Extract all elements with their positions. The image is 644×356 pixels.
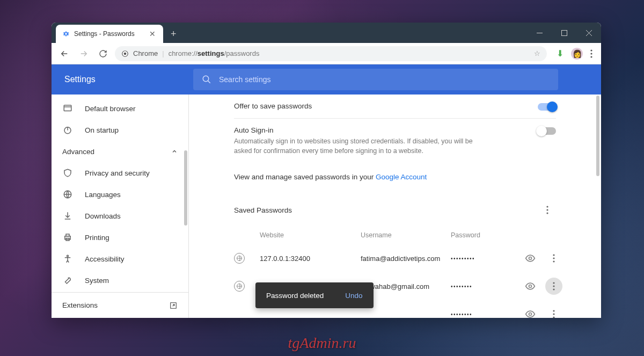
address-bar[interactable]: Chrome | chrome://settings/passwords ☆ <box>115 46 547 61</box>
google-account-link[interactable]: Google Account <box>376 173 427 181</box>
cell-password: •••••••• <box>451 311 515 317</box>
toolbar-right: ⬇ 👩 <box>551 48 596 60</box>
main-scrollbar[interactable] <box>596 96 599 176</box>
print-icon <box>62 233 73 242</box>
sidebar-item-label: On startup <box>85 126 119 134</box>
download-icon <box>62 211 73 221</box>
svg-point-32 <box>553 314 554 315</box>
svg-point-23 <box>553 258 554 259</box>
sidebar-item-label: Languages <box>85 191 121 199</box>
cell-username: fatima@addictivetips.com <box>361 255 447 263</box>
globe-icon <box>62 190 73 199</box>
toast-password-deleted: Password deleted Undo <box>255 282 374 308</box>
page-title: Settings <box>64 75 182 84</box>
reload-button[interactable] <box>96 46 111 61</box>
cell-password: •••••••• <box>451 284 515 289</box>
settings-header: Settings <box>52 64 601 95</box>
sidebar-item-privacy[interactable]: Privacy and security <box>52 162 188 184</box>
cell-username: fatiwahab@gmail.com <box>361 282 447 290</box>
svg-point-27 <box>553 282 554 284</box>
profile-avatar[interactable]: 👩 <box>571 48 583 60</box>
svg-point-17 <box>546 206 548 208</box>
offer-save-toggle[interactable] <box>538 103 556 111</box>
tab-close-button[interactable]: ✕ <box>147 27 158 40</box>
sidebar-extensions[interactable]: Extensions <box>52 292 188 318</box>
sidebar-item-downloads[interactable]: Downloads <box>52 205 188 227</box>
row-offer-save: Offer to save passwords <box>223 95 567 118</box>
svg-rect-0 <box>537 33 543 33</box>
svg-point-26 <box>529 285 532 288</box>
minimize-button[interactable] <box>527 23 552 43</box>
show-password-button[interactable] <box>525 281 536 292</box>
svg-point-8 <box>203 76 209 82</box>
sidebar-item-default-browser[interactable]: Default browser <box>52 98 188 119</box>
row-menu-button[interactable] <box>545 278 562 295</box>
sidebar-item-accessibility[interactable]: Accessibility <box>52 248 188 270</box>
svg-rect-13 <box>66 234 69 236</box>
row-manage-passwords: View and manage saved passwords in your … <box>223 163 567 188</box>
sidebar-item-label: Downloads <box>85 212 121 220</box>
saved-passwords-menu[interactable] <box>539 201 556 219</box>
col-password: Password <box>451 231 515 239</box>
sidebar-item-label: Privacy and security <box>85 169 150 177</box>
browser-window: Settings - Passwords ✕ + Chrome | chrome… <box>52 23 601 318</box>
sidebar-scrollbar[interactable] <box>184 150 187 226</box>
auto-signin-desc: Automatically sign in to websites using … <box>234 136 492 156</box>
svg-point-6 <box>590 53 592 54</box>
sidebar-list[interactable]: Default browser On startup Advanced Priv… <box>52 95 188 292</box>
sidebar-section-advanced[interactable]: Advanced <box>52 141 188 162</box>
close-window-button[interactable] <box>576 23 601 43</box>
col-website: Website <box>260 231 356 239</box>
search-input[interactable] <box>219 75 550 84</box>
toast-undo-button[interactable]: Undo <box>345 292 362 300</box>
watermark: tgAdmin.ru <box>288 335 356 352</box>
new-tab-button[interactable]: + <box>163 25 184 43</box>
sidebar-item-languages[interactable]: Languages <box>52 184 188 205</box>
show-password-button[interactable] <box>525 253 536 264</box>
sidebar-item-reset[interactable]: Reset and clean up <box>52 291 188 292</box>
sidebar-item-label: System <box>85 277 109 285</box>
svg-point-7 <box>590 56 592 57</box>
svg-point-22 <box>553 255 554 256</box>
settings-search[interactable] <box>193 69 558 90</box>
row-menu-button[interactable] <box>545 250 562 267</box>
svg-point-28 <box>553 286 554 287</box>
toast-message: Password deleted <box>266 292 324 300</box>
site-info-icon[interactable] <box>121 50 129 57</box>
gear-icon <box>62 30 70 38</box>
browser-toolbar: Chrome | chrome://settings/passwords ☆ ⬇… <box>52 43 601 64</box>
settings-main[interactable]: Offer to save passwords Auto Sign-in Aut… <box>189 95 601 318</box>
cell-website[interactable]: 127.0.0.1:32400 <box>260 255 356 263</box>
show-password-button[interactable] <box>525 309 536 318</box>
bookmark-star-icon[interactable]: ☆ <box>534 49 540 57</box>
back-button[interactable] <box>57 46 72 61</box>
auto-signin-toggle[interactable] <box>538 127 556 135</box>
download-icon[interactable]: ⬇ <box>557 48 564 59</box>
sidebar-item-label: Default browser <box>85 105 136 113</box>
svg-point-15 <box>67 255 69 257</box>
svg-rect-1 <box>561 30 567 35</box>
wrench-icon <box>62 275 73 285</box>
svg-point-24 <box>553 261 554 263</box>
row-auto-signin: Auto Sign-in Automatically sign in to we… <box>223 119 567 163</box>
svg-point-19 <box>546 213 548 214</box>
power-icon <box>62 125 73 135</box>
maximize-button[interactable] <box>552 23 576 43</box>
browser-tab[interactable]: Settings - Passwords ✕ <box>56 25 163 43</box>
auto-signin-label: Auto Sign-in <box>234 126 492 134</box>
offer-save-label: Offer to save passwords <box>234 102 312 110</box>
svg-point-31 <box>553 310 554 312</box>
external-link-icon <box>169 301 178 310</box>
row-menu-button[interactable] <box>545 306 562 318</box>
forward-button[interactable] <box>76 46 91 61</box>
sidebar-item-label: Accessibility <box>85 255 125 263</box>
chevron-up-icon <box>171 148 178 155</box>
svg-point-18 <box>546 209 548 211</box>
sidebar-item-printing[interactable]: Printing <box>52 227 188 248</box>
sidebar-item-label: Printing <box>85 234 109 242</box>
accessibility-icon <box>62 254 73 264</box>
sidebar-item-system[interactable]: System <box>52 270 188 291</box>
address-scheme: Chrome <box>133 49 158 57</box>
browser-menu-button[interactable] <box>590 49 592 58</box>
sidebar-item-on-startup[interactable]: On startup <box>52 119 188 141</box>
